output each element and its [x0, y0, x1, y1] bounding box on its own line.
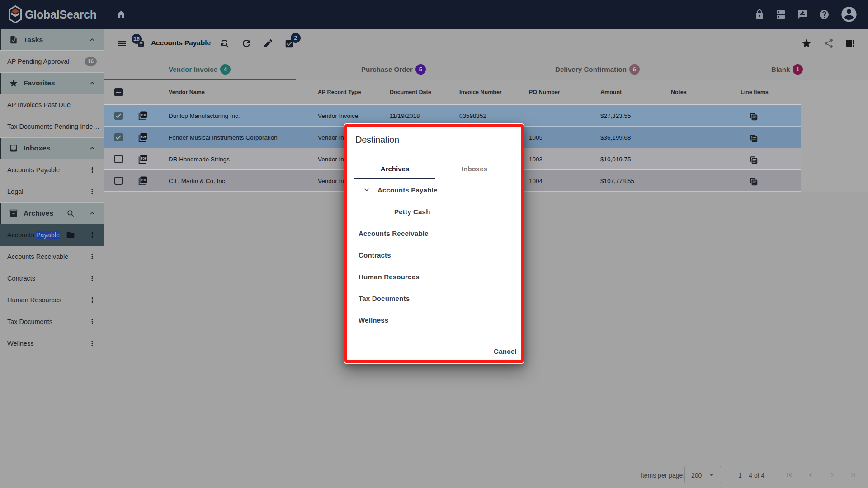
svg-text:PDF: PDF	[141, 178, 146, 182]
svg-text:PDF: PDF	[141, 135, 146, 138]
svg-text:PDF: PDF	[141, 113, 146, 117]
svg-text:PDF: PDF	[141, 157, 146, 160]
